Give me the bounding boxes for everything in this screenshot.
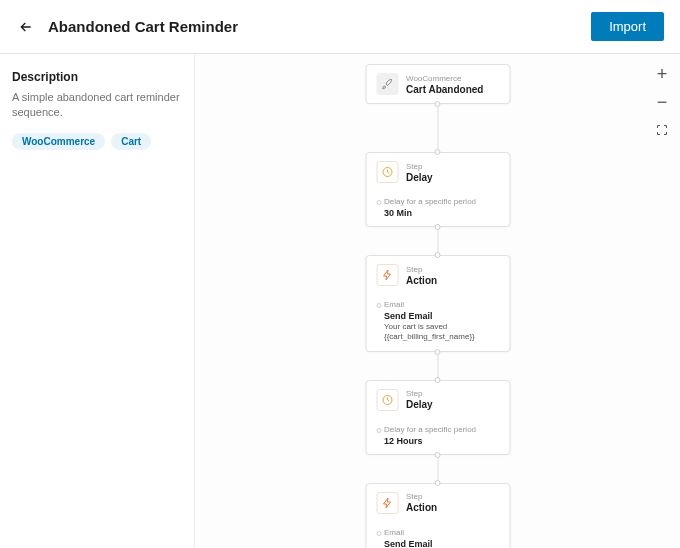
node-header: Step Delay (376, 161, 499, 183)
page-title: Abandoned Cart Reminder (48, 18, 238, 35)
node-labels: Step Delay (406, 389, 433, 410)
step-type: Step (406, 265, 437, 274)
connector (437, 455, 438, 483)
main: Description A simple abandoned cart remi… (0, 54, 680, 548)
step-type: Step (406, 492, 437, 501)
body-label: Email (376, 528, 499, 537)
body-title: 12 Hours (376, 436, 499, 446)
connector (437, 352, 438, 380)
node-header: Step Action (376, 492, 499, 514)
arrow-left-icon (18, 19, 34, 35)
node-header: WooCommerce Cart Abandoned (376, 73, 499, 95)
node-labels: Step Action (406, 492, 437, 513)
header: Abandoned Cart Reminder Import (0, 0, 680, 54)
connector (437, 104, 438, 152)
step-type: Step (406, 389, 433, 398)
node-labels: Step Delay (406, 162, 433, 183)
connector (437, 227, 438, 255)
description-heading: Description (12, 70, 182, 84)
canvas-controls: + − (654, 66, 670, 138)
flow-container: WooCommerce Cart Abandoned Step Delay (365, 64, 510, 548)
back-button[interactable] (16, 17, 36, 37)
zoom-in-button[interactable]: + (654, 66, 670, 82)
step-title: Action (406, 502, 437, 513)
node-labels: Step Action (406, 265, 437, 286)
step-type: Step (406, 162, 433, 171)
expand-icon (656, 124, 668, 136)
header-left: Abandoned Cart Reminder (16, 17, 238, 37)
bolt-icon (376, 264, 398, 286)
node-labels: WooCommerce Cart Abandoned (406, 74, 483, 95)
step-title: Delay (406, 172, 433, 183)
clock-icon (376, 389, 398, 411)
bolt-icon (376, 492, 398, 514)
delay-node-2[interactable]: Step Delay Delay for a specific period 1… (365, 380, 510, 455)
node-body: Email Send Email Your cart is about to e… (376, 522, 499, 548)
node-header: Step Action (376, 264, 499, 286)
step-title: Delay (406, 399, 433, 410)
tag-list: WooCommerce Cart (12, 133, 182, 150)
action-node-2[interactable]: Step Action Email Send Email Your cart i… (365, 483, 510, 548)
sidebar: Description A simple abandoned cart remi… (0, 54, 195, 548)
node-header: Step Delay (376, 389, 499, 411)
import-button[interactable]: Import (591, 12, 664, 41)
trigger-title: Cart Abandoned (406, 84, 483, 95)
flow-canvas[interactable]: + − WooCommerce Cart Abandoned (195, 54, 680, 548)
trigger-type: WooCommerce (406, 74, 483, 83)
body-title: Send Email (376, 539, 499, 548)
body-label: Delay for a specific period (376, 197, 499, 206)
rocket-icon (376, 73, 398, 95)
body-sub: Your cart is saved {{cart_billing_first_… (376, 322, 499, 343)
fullscreen-button[interactable] (654, 122, 670, 138)
body-title: Send Email (376, 311, 499, 321)
body-label: Email (376, 300, 499, 309)
description-text: A simple abandoned cart reminder sequenc… (12, 90, 182, 121)
step-title: Action (406, 275, 437, 286)
delay-node-1[interactable]: Step Delay Delay for a specific period 3… (365, 152, 510, 227)
clock-icon (376, 161, 398, 183)
zoom-out-button[interactable]: − (654, 94, 670, 110)
body-title: 30 Min (376, 208, 499, 218)
tag-woocommerce[interactable]: WooCommerce (12, 133, 105, 150)
action-node-1[interactable]: Step Action Email Send Email Your cart i… (365, 255, 510, 352)
tag-cart[interactable]: Cart (111, 133, 151, 150)
node-body: Email Send Email Your cart is saved {{ca… (376, 294, 499, 343)
body-label: Delay for a specific period (376, 425, 499, 434)
node-body: Delay for a specific period 12 Hours (376, 419, 499, 446)
trigger-node[interactable]: WooCommerce Cart Abandoned (365, 64, 510, 104)
node-body: Delay for a specific period 30 Min (376, 191, 499, 218)
